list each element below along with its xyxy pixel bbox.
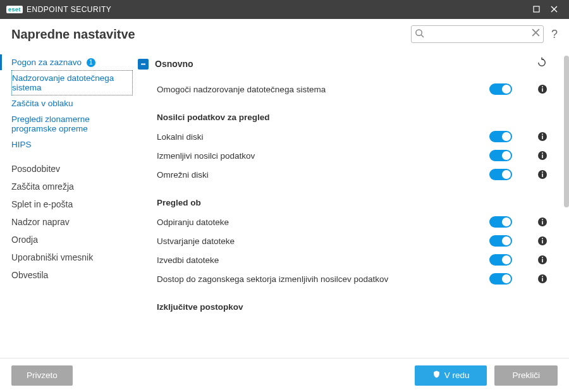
toggle-scan-on-execute[interactable] [489, 254, 512, 266]
sidebar-item-label: Zaščita omrežja [11, 181, 74, 192]
toggle-local-disks[interactable] [489, 131, 512, 142]
info-icon[interactable] [537, 132, 548, 142]
help-button[interactable]: ? [551, 28, 558, 41]
setting-scan-on-execute: Izvedbi datoteke [138, 250, 548, 269]
brand: eset ENDPOINT SECURITY [6, 5, 111, 14]
sidebar-item-filesystem-monitoring[interactable]: Nadzorovanje datotečnega sistema [11, 70, 133, 95]
sidebar-item-label: Obvestila [11, 270, 48, 280]
setting-label: Omrežni diski [157, 170, 489, 180]
default-button[interactable]: Privzeto [11, 365, 73, 386]
header: Napredne nastavitve ? [0, 19, 569, 49]
sidebar-item-label: Nadzorovanje datotečnega sistema [12, 73, 114, 92]
info-icon[interactable] [537, 255, 548, 265]
svg-point-19 [542, 171, 543, 173]
sidebar-item-label: Pogon za zaznavo [11, 58, 82, 67]
toggle-scan-on-create[interactable] [489, 235, 512, 247]
footer: Privzeto V redu Prekliči [0, 358, 569, 392]
sidebar-item-notifications[interactable]: Obvestila [11, 266, 133, 284]
setting-scan-boot-sector: Dostop do zagonskega sektorja izmenljivi… [138, 269, 548, 288]
search-wrap [411, 25, 544, 43]
toggle-enable-filesystem-monitoring[interactable] [489, 83, 512, 95]
scrollbar[interactable] [564, 56, 569, 207]
sidebar-item-hips[interactable]: HIPS [11, 137, 133, 152]
svg-rect-0 [534, 6, 539, 12]
setting-label: Dostop do zagonskega sektorja izmenljivi… [157, 274, 489, 284]
main-panel: Osnovno Omogoči nadzorovanje datotečnega… [133, 49, 569, 358]
svg-rect-21 [542, 221, 543, 225]
svg-rect-9 [542, 89, 543, 92]
search-input[interactable] [411, 25, 544, 43]
sidebar-item-label: Pregledi zlonamerne programske opreme [11, 114, 90, 133]
subheading-media: Nosilci podatkov za pregled [138, 99, 548, 127]
setting-removable-media: Izmenljivi nosilci podatkov [138, 146, 548, 165]
svg-point-31 [542, 276, 543, 277]
sidebar-item-device-control[interactable]: Nadzor naprav [11, 213, 133, 231]
cancel-button[interactable]: Prekliči [494, 365, 558, 386]
setting-scan-on-open: Odpiranju datoteke [138, 212, 548, 231]
sidebar-item-ui[interactable]: Uporabniški vmesnik [11, 248, 133, 266]
titlebar: eset ENDPOINT SECURITY [0, 0, 569, 19]
subheading-scan-on: Pregled ob [138, 184, 548, 212]
setting-network-disks: Omrežni diski [138, 165, 548, 184]
info-icon[interactable] [537, 236, 548, 246]
sidebar-item-label: Zaščita v oblaku [11, 99, 73, 108]
sidebar-item-detection-engine[interactable]: Pogon za zaznavo 1 [0, 54, 133, 70]
setting-local-disks: Lokalni diski [138, 127, 548, 146]
svg-point-22 [542, 219, 543, 220]
info-icon[interactable] [537, 150, 548, 161]
sidebar-item-label: Orodja [11, 235, 38, 245]
setting-label: Izmenljivi nosilci podatkov [157, 151, 489, 161]
brand-text: ENDPOINT SECURITY [27, 5, 111, 14]
svg-rect-12 [542, 136, 543, 140]
svg-point-25 [542, 238, 543, 239]
setting-label: Lokalni diski [157, 132, 489, 142]
sidebar-item-web-email[interactable]: Splet in e-pošta [11, 195, 133, 213]
toggle-network-disks[interactable] [489, 169, 512, 180]
ok-button-label: V redu [444, 371, 470, 380]
sidebar-item-label: Nadzor naprav [11, 217, 70, 227]
svg-rect-24 [542, 240, 543, 244]
svg-point-13 [542, 133, 543, 135]
section-title: Osnovno [155, 59, 530, 69]
sidebar-item-update[interactable]: Posodobitev [11, 160, 133, 178]
sidebar: Pogon za zaznavo 1 Nadzorovanje datotečn… [0, 49, 133, 358]
section-header: Osnovno [138, 54, 548, 80]
toggle-scan-boot-sector[interactable] [489, 273, 512, 285]
toggle-removable-media[interactable] [489, 150, 512, 161]
info-icon[interactable] [537, 274, 548, 284]
subheading-process-exclusions: Izključitve postopkov [138, 288, 548, 317]
window-maximize-button[interactable] [527, 5, 545, 15]
brand-badge: eset [6, 6, 23, 13]
setting-enable-filesystem-monitoring: Omogoči nadzorovanje datotečnega sistema [138, 80, 548, 99]
window-close-button[interactable] [545, 5, 563, 15]
sidebar-item-malware-scans[interactable]: Pregledi zlonamerne programske opreme [11, 111, 133, 137]
sidebar-item-tools[interactable]: Orodja [11, 231, 133, 248]
revert-icon[interactable] [536, 57, 548, 71]
sidebar-item-label: Uporabniški vmesnik [11, 252, 93, 262]
sidebar-item-label: Splet in e-pošta [11, 199, 73, 209]
setting-label: Odpiranju datoteke [157, 217, 489, 227]
sidebar-item-label: HIPS [11, 140, 32, 149]
svg-rect-15 [542, 155, 543, 159]
toggle-scan-on-open[interactable] [489, 216, 512, 228]
setting-scan-on-create: Ustvarjanje datoteke [138, 231, 548, 250]
collapse-toggle-icon[interactable] [138, 59, 149, 70]
setting-label: Omogoči nadzorovanje datotečnega sistema [157, 85, 489, 94]
svg-point-10 [542, 86, 543, 87]
svg-rect-27 [542, 259, 543, 263]
sidebar-item-cloud-protection[interactable]: Zaščita v oblaku [11, 95, 133, 111]
clear-search-icon[interactable] [532, 28, 540, 39]
page-title: Napredne nastavitve [11, 27, 135, 42]
svg-point-28 [542, 257, 543, 258]
info-icon[interactable] [537, 217, 548, 227]
svg-rect-18 [542, 174, 543, 178]
ok-button[interactable]: V redu [415, 365, 487, 386]
setting-label: Ustvarjanje datoteke [157, 236, 489, 246]
svg-rect-30 [542, 278, 543, 282]
shield-icon [432, 370, 441, 381]
svg-point-16 [542, 152, 543, 154]
sidebar-item-label: Posodobitev [11, 164, 60, 174]
info-icon[interactable] [537, 169, 548, 180]
info-icon[interactable] [537, 84, 548, 94]
sidebar-item-network-protection[interactable]: Zaščita omrežja [11, 178, 133, 195]
